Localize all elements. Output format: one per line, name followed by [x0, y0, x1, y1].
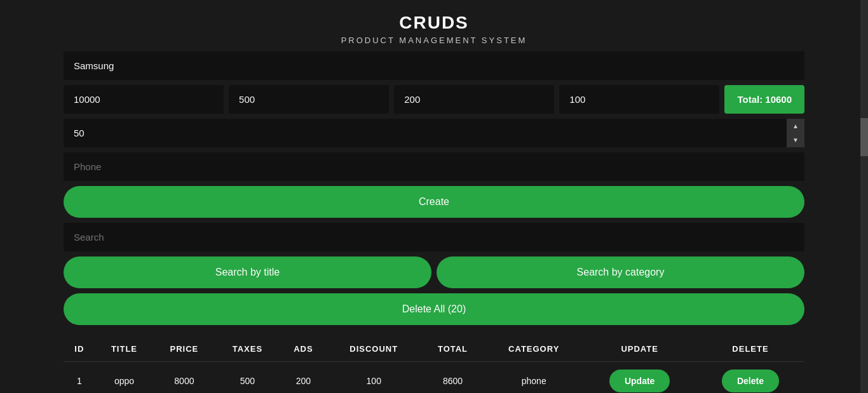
col-category: CATEGORY: [485, 336, 583, 362]
cell-total: 8600: [421, 362, 485, 394]
taxes-input[interactable]: [229, 85, 389, 114]
app-header: CRUDS PRODUCT MANAGEMENT SYSTEM: [0, 0, 868, 51]
col-title: TITLE: [95, 336, 154, 362]
discount-input[interactable]: [559, 85, 719, 114]
spinner-down[interactable]: ▼: [787, 133, 804, 148]
product-table: ID TITLE PRICE TAXES ADS DISCOUNT TOTAL …: [64, 336, 804, 393]
col-update: UPDATE: [583, 336, 696, 362]
search-title-button[interactable]: Search by title: [64, 256, 431, 288]
table-header-row: ID TITLE PRICE TAXES ADS DISCOUNT TOTAL …: [64, 336, 804, 362]
search-input[interactable]: [64, 223, 804, 251]
cell-price: 8000: [153, 362, 215, 394]
table-body: 1 oppo 8000 500 200 100 8600 phone Updat…: [64, 362, 804, 394]
title-section: [64, 51, 804, 80]
total-badge: Total: 10600: [724, 85, 804, 114]
table-header: ID TITLE PRICE TAXES ADS DISCOUNT TOTAL …: [64, 336, 804, 362]
product-table-section: ID TITLE PRICE TAXES ADS DISCOUNT TOTAL …: [64, 336, 804, 393]
cell-discount: 100: [327, 362, 421, 394]
scrollbar[interactable]: [860, 0, 868, 393]
search-category-button[interactable]: Search by category: [437, 256, 804, 288]
quantity-input[interactable]: [64, 119, 804, 147]
table-row: 1 oppo 8000 500 200 100 8600 phone Updat…: [64, 362, 804, 394]
category-section: [64, 152, 804, 181]
cell-id: 1: [64, 362, 95, 394]
main-content: Total: 10600 ▲ ▼ Create Search by title …: [0, 51, 868, 393]
cell-ads: 200: [280, 362, 327, 394]
col-total: TOTAL: [421, 336, 485, 362]
spinner-up[interactable]: ▲: [787, 119, 804, 133]
pricing-row: Total: 10600: [64, 85, 804, 114]
category-input[interactable]: [64, 152, 804, 181]
search-section: [64, 223, 804, 251]
title-input[interactable]: [64, 51, 804, 80]
quantity-wrapper: ▲ ▼: [64, 119, 804, 147]
create-button[interactable]: Create: [64, 186, 804, 218]
cell-title: oppo: [95, 362, 154, 394]
delete-button[interactable]: Delete: [722, 370, 779, 392]
quantity-spinner[interactable]: ▲ ▼: [787, 119, 804, 147]
cell-taxes: 500: [215, 362, 280, 394]
cell-update[interactable]: Update: [583, 362, 696, 394]
cell-delete[interactable]: Delete: [696, 362, 804, 394]
scrollbar-thumb[interactable]: [860, 118, 868, 156]
col-ads: ADS: [280, 336, 327, 362]
delete-all-button[interactable]: Delete All (20): [64, 293, 804, 325]
price-input[interactable]: [64, 85, 224, 114]
search-buttons-row: Search by title Search by category: [64, 256, 804, 288]
col-delete: DELETE: [696, 336, 804, 362]
col-taxes: TAXES: [215, 336, 280, 362]
update-button[interactable]: Update: [609, 370, 670, 392]
cell-category: phone: [485, 362, 583, 394]
app-title: CRUDS: [0, 13, 868, 33]
app-subtitle: PRODUCT MANAGEMENT SYSTEM: [0, 36, 868, 45]
col-price: PRICE: [153, 336, 215, 362]
col-id: ID: [64, 336, 95, 362]
ads-input[interactable]: [394, 85, 554, 114]
col-discount: DISCOUNT: [327, 336, 421, 362]
